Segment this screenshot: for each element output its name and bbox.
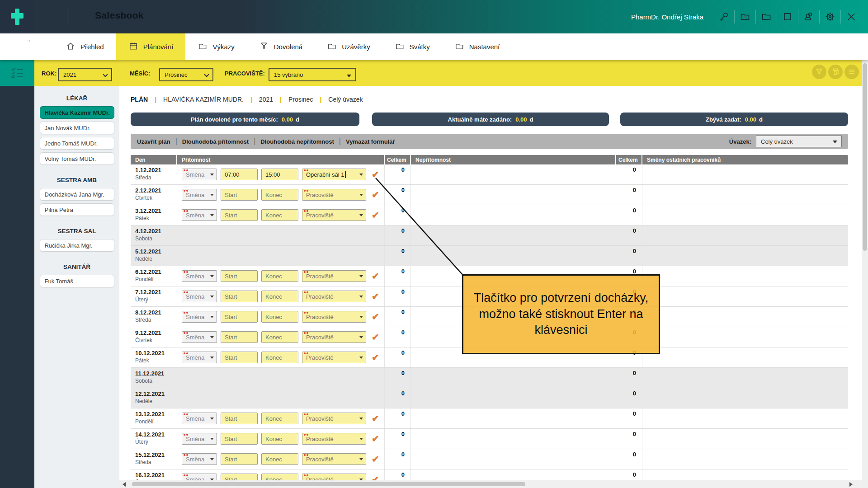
confirm-attendance-button[interactable]: ✔ [372, 353, 379, 362]
day-cell: 10.12.2021Pátek [131, 347, 177, 367]
workplace-select[interactable]: Pracoviště [302, 413, 366, 424]
shift-select[interactable]: Směna [182, 331, 217, 343]
workplace-select-value: Pracoviště [306, 436, 334, 442]
end-time-input[interactable] [261, 209, 298, 221]
confirm-attendance-button[interactable]: ✔ [372, 455, 379, 464]
start-time-input[interactable] [221, 331, 258, 343]
workplace-select[interactable]: Pracoviště [302, 270, 366, 282]
users-icon[interactable] [798, 0, 819, 33]
shift-select[interactable]: Směna [182, 413, 217, 424]
workplace-select[interactable]: Pracoviště [302, 352, 366, 363]
staff-item[interactable]: Volný Tomáš MUDr. [40, 152, 114, 165]
start-time-input[interactable] [221, 413, 258, 424]
tab-dovolena[interactable]: Dovolená [247, 33, 315, 60]
start-time-input[interactable] [221, 270, 258, 282]
confirm-attendance-button[interactable]: ✔ [372, 292, 379, 301]
end-time-input[interactable] [261, 169, 298, 180]
horizontal-scrollbar[interactable] [119, 480, 862, 488]
tab-vykazy[interactable]: Výkazy [185, 33, 246, 60]
required-marker [304, 291, 306, 293]
year-select[interactable]: 2021 [58, 68, 112, 81]
staff-item[interactable]: Fuk Tomáš [40, 275, 114, 287]
vertical-scrollbar[interactable] [862, 60, 868, 488]
end-time-input[interactable] [261, 311, 298, 323]
workplace-select[interactable]: Pracoviště [302, 291, 366, 302]
confirm-attendance-button[interactable]: ✔ [372, 414, 379, 423]
staff-item[interactable]: Jan Novák MUDr. [40, 122, 114, 134]
shift-select[interactable]: Směna [182, 189, 217, 201]
close-icon[interactable] [841, 0, 862, 33]
folder-n-icon[interactable]: N [735, 0, 755, 33]
start-time-input[interactable] [221, 169, 258, 180]
shift-select[interactable]: Směna [182, 352, 217, 363]
back-arrow-icon[interactable]: → [25, 36, 31, 43]
sidebar-toggle[interactable] [0, 60, 34, 86]
filter-icon-button[interactable] [812, 65, 826, 79]
scroll-left-icon[interactable] [123, 482, 126, 487]
total-absence-cell: 0 [616, 368, 642, 388]
start-time-input[interactable] [221, 453, 258, 465]
shift-select[interactable]: Směna [182, 311, 217, 323]
staff-item[interactable]: Jedno Tomáš MUDr. [40, 137, 114, 150]
confirm-attendance-button[interactable]: ✔ [372, 170, 379, 179]
contract-select[interactable]: Celý úvazek [756, 136, 842, 147]
staff-item[interactable]: Pilná Petra [40, 203, 114, 216]
end-time-input[interactable] [261, 291, 298, 302]
start-time-input[interactable] [221, 291, 258, 302]
end-time-input[interactable] [261, 189, 298, 201]
end-time-input[interactable] [261, 270, 298, 282]
square-icon[interactable] [777, 0, 798, 33]
tab-nastaveni[interactable]: Nastavení [442, 33, 512, 60]
confirm-attendance-button[interactable]: ✔ [372, 333, 379, 342]
confirm-attendance-button[interactable]: ✔ [372, 434, 379, 443]
folder-icon[interactable] [756, 0, 777, 33]
shift-select[interactable]: Směna [182, 433, 217, 445]
end-time-input[interactable] [261, 433, 298, 445]
start-time-input[interactable] [221, 352, 258, 363]
start-time-input[interactable] [221, 209, 258, 221]
workplace-select[interactable]: 15 vybráno [269, 68, 356, 81]
longterm-presence-button[interactable]: Dlouhodobá přítomnost [182, 138, 249, 145]
start-time-input[interactable] [221, 433, 258, 445]
tab-uzaverky[interactable]: Uzávěrky [315, 33, 382, 60]
shift-select[interactable]: Směna [182, 270, 217, 282]
staff-item[interactable]: Ručička Jirka Mgr. [40, 239, 114, 252]
workplace-select[interactable]: Pracoviště [302, 453, 366, 465]
scroll-right-icon[interactable] [849, 482, 853, 487]
menu-button[interactable] [844, 65, 859, 79]
confirm-attendance-button[interactable]: ✔ [372, 190, 379, 199]
end-time-input[interactable] [261, 453, 298, 465]
workplace-select[interactable]: Pracoviště [302, 209, 366, 221]
key-icon[interactable] [713, 0, 734, 33]
staff-item[interactable]: Docházková Jana Mgr. [40, 188, 114, 201]
workplace-select[interactable]: Pracoviště [302, 189, 366, 201]
shift-select[interactable]: Směna [182, 291, 217, 302]
shift-select[interactable]: Směna [182, 169, 217, 180]
end-time-input[interactable] [261, 331, 298, 343]
workplace-select[interactable]: Pracoviště [302, 331, 366, 343]
close-plan-button[interactable]: Uzavřít plán [137, 138, 170, 145]
vertical-scrollbar-thumb[interactable] [863, 63, 867, 251]
shift-select[interactable]: Směna [182, 453, 217, 465]
workplace-select[interactable]: Pracoviště [302, 433, 366, 445]
clear-form-button[interactable]: Vymazat formulář [346, 138, 395, 145]
confirm-attendance-button[interactable]: ✔ [372, 211, 379, 220]
month-select[interactable]: Prosinec [159, 68, 213, 81]
workplace-select[interactable]: Pracoviště [302, 311, 366, 323]
workplace-select[interactable]: Operační sál 1 [302, 169, 366, 180]
tab-prehled[interactable]: Přehled [53, 33, 116, 60]
horizontal-scrollbar-thumb[interactable] [132, 482, 525, 486]
end-time-input[interactable] [261, 352, 298, 363]
start-time-input[interactable] [221, 311, 258, 323]
confirm-attendance-button[interactable]: ✔ [372, 312, 379, 321]
gear-icon[interactable] [820, 0, 840, 33]
longterm-absence-button[interactable]: Dlouhodobá nepřítomnost [260, 138, 334, 145]
print-button[interactable] [828, 65, 843, 79]
shift-select[interactable]: Směna [182, 209, 217, 221]
staff-item[interactable]: Hlavička Kazimír MUDr. [40, 106, 114, 119]
end-time-input[interactable] [261, 413, 298, 424]
confirm-attendance-button[interactable]: ✔ [372, 272, 379, 281]
start-time-input[interactable] [221, 189, 258, 201]
tab-svatky[interactable]: Svátky [382, 33, 442, 60]
tab-planovani[interactable]: Plánování [116, 33, 186, 60]
